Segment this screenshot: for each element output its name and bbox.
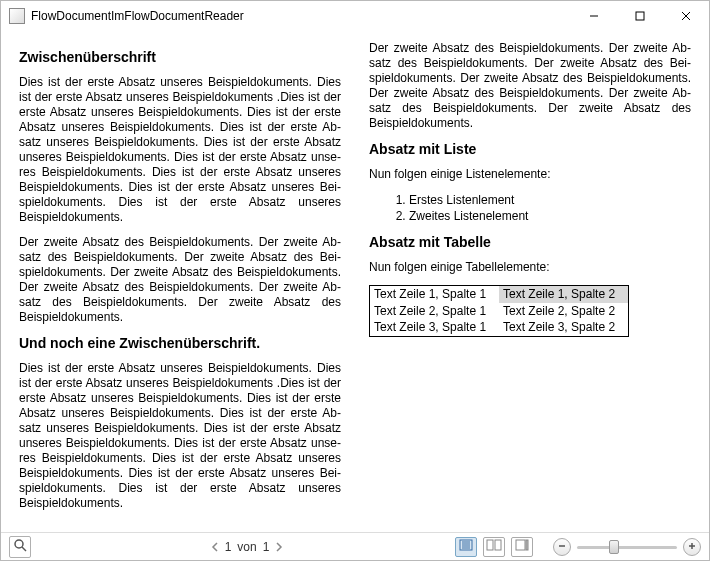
page-view-icon: [459, 539, 473, 554]
pager-current: 1: [225, 540, 232, 554]
svg-point-4: [15, 540, 23, 548]
view-page-button[interactable]: [455, 537, 477, 557]
table-cell: Text Zeile 3, Spalte 2: [499, 319, 629, 336]
table-cell: Text Zeile 3, Spalte 1: [370, 319, 500, 336]
paragraph: Nun folgen einige Listenelemente:: [369, 167, 691, 182]
minus-icon: [557, 540, 567, 554]
document-viewport: Zwischenüberschrift Dies ist der erste A…: [1, 31, 709, 532]
pager-separator: von: [237, 540, 256, 554]
svg-line-5: [22, 547, 26, 551]
svg-rect-13: [516, 540, 525, 550]
svg-rect-1: [636, 12, 644, 20]
ordered-list: Erstes Listenlement Zweites Listenelemen…: [369, 192, 691, 224]
plus-icon: [687, 540, 697, 554]
scroll-view-icon: [515, 539, 529, 554]
table-cell: Text Zeile 2, Spalte 1: [370, 303, 500, 319]
next-page-button[interactable]: [275, 541, 283, 553]
table-cell: Text Zeile 1, Spalte 2: [499, 286, 629, 303]
app-icon: [9, 8, 25, 24]
maximize-button[interactable]: [617, 1, 663, 31]
table-row: Text Zeile 3, Spalte 1 Text Zeile 3, Spa…: [370, 319, 629, 336]
pager: 1 von 1: [39, 540, 455, 554]
heading-1: Zwischenüberschrift: [19, 49, 341, 65]
reader-toolbar: 1 von 1: [1, 532, 709, 560]
titlebar: FlowDocumentImFlowDocumentReader: [1, 1, 709, 31]
app-window: FlowDocumentImFlowDocumentReader Zwische…: [0, 0, 710, 561]
two-page-view-icon: [486, 539, 502, 554]
svg-rect-14: [526, 540, 528, 550]
minimize-button[interactable]: [571, 1, 617, 31]
view-two-page-button[interactable]: [483, 537, 505, 557]
paragraph: Der zweite Absatz des Beispieldokuments.…: [19, 235, 341, 325]
table-cell: Text Zeile 2, Spalte 2: [499, 303, 629, 319]
paragraph: Nun folgen einige Tabellelemente:: [369, 260, 691, 275]
prev-page-button[interactable]: [211, 541, 219, 553]
list-item: Erstes Listenlement: [409, 192, 691, 208]
zoom-in-button[interactable]: [683, 538, 701, 556]
find-button[interactable]: [9, 536, 31, 558]
heading-4: Absatz mit Tabelle: [369, 234, 691, 250]
flow-document: Zwischenüberschrift Dies ist der erste A…: [19, 41, 691, 521]
table-row: Text Zeile 2, Spalte 1 Text Zeile 2, Spa…: [370, 303, 629, 319]
table-row: Text Zeile 1, Spalte 1 Text Zeile 1, Spa…: [370, 286, 629, 303]
svg-rect-12: [495, 540, 501, 550]
search-icon: [13, 538, 27, 555]
paragraph: Dies ist der erste Absatz unseres Beispi…: [19, 75, 341, 225]
zoom-slider[interactable]: [577, 538, 677, 556]
heading-3: Absatz mit Liste: [369, 141, 691, 157]
slider-thumb[interactable]: [609, 540, 619, 554]
zoom-out-button[interactable]: [553, 538, 571, 556]
paragraph: Dies ist der erste Absatz unseres Beispi…: [19, 361, 341, 511]
example-table: Text Zeile 1, Spalte 1 Text Zeile 1, Spa…: [369, 285, 629, 336]
slider-track: [577, 546, 677, 549]
paragraph: Der zweite Absatz des Beispieldokuments.…: [369, 41, 691, 131]
list-item: Zweites Listenelement: [409, 208, 691, 224]
view-scroll-button[interactable]: [511, 537, 533, 557]
window-title: FlowDocumentImFlowDocumentReader: [31, 9, 571, 23]
table-cell: Text Zeile 1, Spalte 1: [370, 286, 500, 303]
heading-2: Und noch eine Zwischenüberschrift.: [19, 335, 341, 351]
close-button[interactable]: [663, 1, 709, 31]
svg-rect-11: [487, 540, 493, 550]
pager-total: 1: [263, 540, 270, 554]
